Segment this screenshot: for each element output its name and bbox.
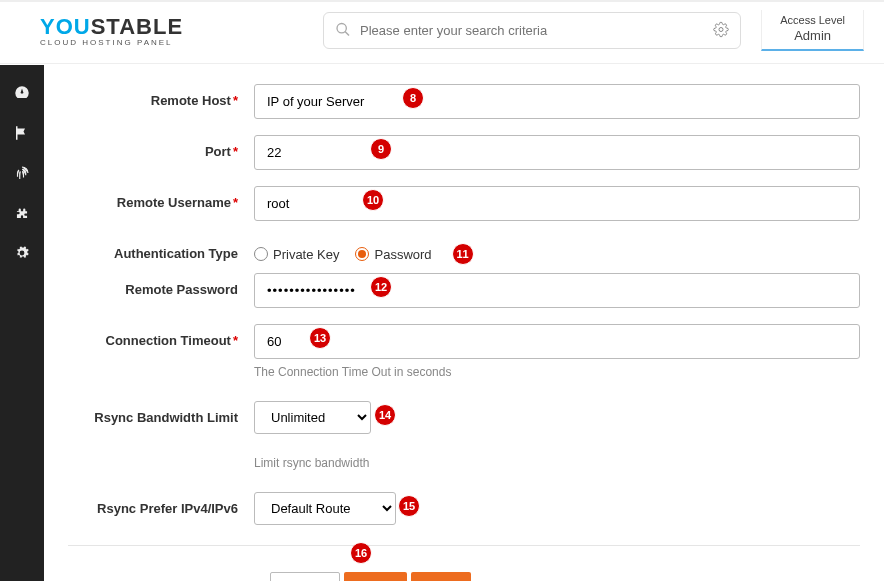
brand-part1: YOU [40,14,91,39]
rsync-bw-helper: Limit rsync bandwidth [254,456,860,470]
access-level-label: Access Level [780,14,845,26]
remote-host-input[interactable] [254,84,860,119]
auth-private-key-label: Private Key [273,247,339,262]
save-button[interactable]: Save [411,572,471,581]
puzzle-icon [13,204,31,222]
marker-10: 10 [362,189,384,211]
connection-timeout-label: Connection Timeout [106,333,231,348]
remote-password-label: Remote Password [125,282,238,297]
radio-icon [355,247,369,261]
marker-13: 13 [309,327,331,349]
auth-password-radio[interactable]: Password [355,247,431,262]
access-level-box[interactable]: Access Level Admin [761,10,864,51]
fingerprint-icon [13,164,31,182]
sidebar-item-dashboard[interactable] [0,73,44,113]
rsync-ip-select[interactable]: Default Route [254,492,396,525]
brand-tagline: CLOUD HOSTING PANEL [40,38,183,47]
svg-point-2 [719,27,723,31]
rsync-ip-label: Rsync Prefer IPv4/IPv6 [97,501,238,516]
rsync-bw-select[interactable]: Unlimited [254,401,371,434]
search-input[interactable] [323,12,741,49]
svg-point-0 [337,23,346,32]
sidebar-item-settings[interactable] [0,233,44,273]
port-label: Port [205,144,231,159]
remote-username-label: Remote Username [117,195,231,210]
svg-line-1 [345,31,349,35]
gauge-icon [13,84,31,102]
marker-11: 11 [452,243,474,265]
auth-private-key-radio[interactable]: Private Key [254,247,339,262]
marker-12: 12 [370,276,392,298]
access-level-value: Admin [780,28,845,43]
sidebar-item-plugin[interactable] [0,193,44,233]
divider [68,545,860,546]
marker-16: 16 [350,542,372,564]
required-asterisk: * [233,93,238,108]
apply-button[interactable]: Apply [344,572,407,581]
search-icon [335,21,351,40]
button-row: 16 Cancel Apply Save [254,572,860,581]
marker-15: 15 [398,495,420,517]
remote-host-label: Remote Host [151,93,231,108]
marker-8: 8 [402,87,424,109]
required-asterisk: * [233,144,238,159]
remote-username-input[interactable] [254,186,860,221]
sidebar [0,65,44,581]
search-settings-icon[interactable] [713,21,729,40]
radio-icon [254,247,268,261]
gear-icon [13,244,31,262]
connection-timeout-input[interactable] [254,324,860,359]
search-container [323,12,741,49]
required-asterisk: * [233,333,238,348]
sidebar-item-flag[interactable] [0,113,44,153]
connection-timeout-helper: The Connection Time Out in seconds [254,365,860,379]
brand-part2: STABLE [91,14,183,39]
rsync-bw-label: Rsync Bandwidth Limit [94,410,238,425]
form-content: Remote Host* 8 Port* 9 Remote Username* … [44,64,884,581]
auth-password-label: Password [374,247,431,262]
cancel-button[interactable]: Cancel [270,572,340,581]
auth-type-label: Authentication Type [114,246,238,261]
remote-password-input[interactable] [254,273,860,308]
port-input[interactable] [254,135,860,170]
marker-9: 9 [370,138,392,160]
brand-logo: YOUSTABLE CLOUD HOSTING PANEL [40,14,183,47]
sidebar-item-fingerprint[interactable] [0,153,44,193]
top-bar: YOUSTABLE CLOUD HOSTING PANEL Access Lev… [0,0,884,64]
required-asterisk: * [233,195,238,210]
flag-icon [13,124,31,142]
marker-14: 14 [374,404,396,426]
